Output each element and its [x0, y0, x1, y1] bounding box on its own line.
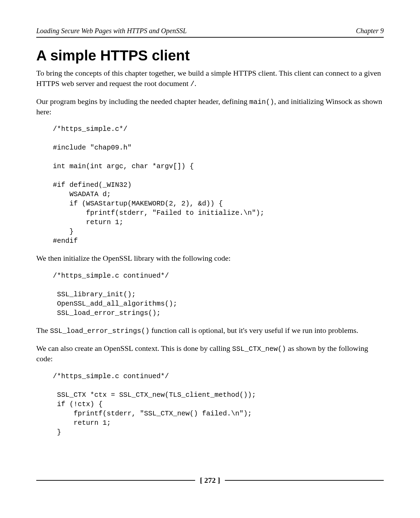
code-block-2: /*https_simple.c continued*/ SSL_library…	[53, 271, 384, 318]
text: We can also create an OpenSSL context. T…	[36, 344, 232, 353]
header-left: Loading Secure Web Pages with HTTPS and …	[36, 27, 187, 35]
paragraph-3: We then initialize the OpenSSL library w…	[36, 253, 384, 263]
inline-code: main()	[249, 98, 274, 106]
inline-code: /	[190, 80, 194, 88]
paragraph-1: To bring the concepts of this chapter to…	[36, 68, 384, 89]
section-title: A simple HTTPS client	[36, 47, 384, 64]
page-number: [ 272 ]	[195, 476, 225, 485]
paragraph-4: The SSL_load_error_strings() function ca…	[36, 325, 384, 336]
paragraph-5: We can also create an OpenSSL context. T…	[36, 343, 384, 364]
text: The	[36, 326, 50, 335]
inline-code: SSL_load_error_strings()	[50, 327, 150, 335]
inline-code: SSL_CTX_new()	[232, 345, 286, 353]
code-block-3: /*https_simple.c continued*/ SSL_CTX *ct…	[53, 372, 384, 437]
page-content: Loading Secure Web Pages with HTTPS and …	[0, 0, 420, 437]
header-right: Chapter 9	[356, 27, 384, 35]
text: function call is optional, but it's very…	[150, 326, 359, 335]
code-block-1: /*https_simple.c*/ #include "chap09.h" i…	[53, 124, 384, 246]
text: .	[194, 79, 197, 88]
footer-rule-right	[225, 480, 384, 481]
text: To bring the concepts of this chapter to…	[36, 69, 381, 88]
page-footer: [ 272 ]	[36, 476, 384, 485]
footer-rule-left	[36, 480, 195, 481]
text: Our program begins by including the need…	[36, 97, 249, 106]
running-header: Loading Secure Web Pages with HTTPS and …	[36, 27, 384, 38]
paragraph-2: Our program begins by including the need…	[36, 96, 384, 117]
